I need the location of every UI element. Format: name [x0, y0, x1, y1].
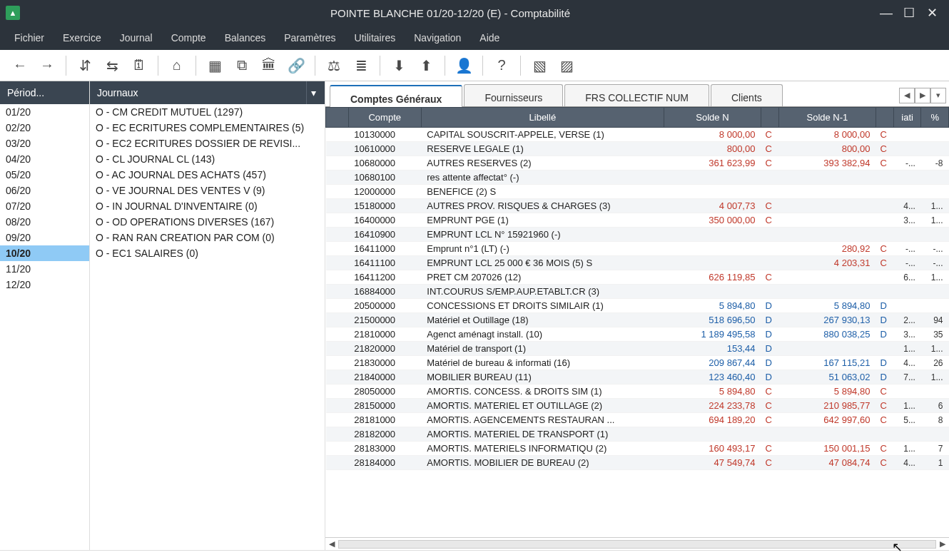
col-header[interactable]: [876, 108, 893, 128]
table-row[interactable]: 16411200PRET CM 207026 (12)626 119,85C6.…: [326, 270, 949, 285]
table-row[interactable]: 28181000AMORTIS. AGENCEMENTS RESTAURAN .…: [326, 413, 949, 427]
table-row[interactable]: 21500000Matériel et Outillage (18)518 69…: [326, 313, 949, 327]
col-header[interactable]: [761, 108, 778, 128]
col-header[interactable]: %: [921, 108, 949, 128]
journal-item[interactable]: O - CL JOURNAL CL (143): [90, 151, 325, 167]
minimize-button[interactable]: —: [875, 1, 898, 24]
row-selector[interactable]: [326, 456, 349, 470]
col-header[interactable]: iati: [893, 108, 921, 128]
table-row[interactable]: 15180000AUTRES PROV. RISQUES & CHARGES (…: [326, 199, 949, 213]
journal-item[interactable]: O - OD OPERATIONS DIVERSES (167): [90, 214, 325, 230]
user-icon[interactable]: 👤: [451, 53, 477, 78]
journal-item[interactable]: O - IN JOURNAL D'INVENTAIRE (0): [90, 198, 325, 214]
journals-header[interactable]: Journaux ▾: [90, 81, 325, 104]
journal-item[interactable]: O - AC JOURNAL DES ACHATS (457): [90, 167, 325, 183]
scroll-right-icon[interactable]: ▶: [936, 539, 949, 549]
row-selector[interactable]: [326, 299, 349, 313]
tab-0[interactable]: Comptes Généraux: [330, 85, 462, 107]
table-row[interactable]: 21810000Agenct aménagt install. (10)1 18…: [326, 327, 949, 342]
tabs-dropdown-button[interactable]: ▾: [930, 88, 946, 103]
row-selector[interactable]: [326, 170, 349, 185]
scroll-track[interactable]: [338, 540, 936, 549]
menu-aide[interactable]: Aide: [471, 28, 508, 48]
menu-journal[interactable]: Journal: [111, 28, 161, 48]
table-row[interactable]: 20500000CONCESSIONS ET DROITS SIMILAIR (…: [326, 299, 949, 313]
row-selector[interactable]: [326, 199, 349, 213]
col-header[interactable]: Solde N: [664, 108, 761, 128]
table-row[interactable]: 21830000Matériel de bureau & informati (…: [326, 356, 949, 370]
calendar-icon[interactable]: 🗓: [126, 53, 152, 78]
adnbox-icon[interactable]: ▧: [527, 53, 552, 78]
horizontal-scrollbar[interactable]: ◀ ▶: [325, 537, 949, 550]
journal-item[interactable]: O - RAN RAN CREATION PAR COM (0): [90, 230, 325, 245]
period-item[interactable]: 01/20: [0, 104, 89, 120]
row-selector[interactable]: [326, 356, 349, 370]
close-button[interactable]: ✕: [920, 1, 943, 24]
maximize-button[interactable]: ☐: [898, 1, 920, 24]
row-selector[interactable]: [326, 399, 349, 413]
table-row[interactable]: 16411000Emprunt n°1 (LT) (-)280,92C-...-…: [326, 242, 949, 256]
period-item[interactable]: 05/20: [0, 167, 89, 183]
period-item[interactable]: 08/20: [0, 214, 89, 230]
period-item[interactable]: 11/20: [0, 261, 89, 277]
tree-icon[interactable]: ⧉: [229, 53, 255, 78]
row-selector[interactable]: [326, 442, 349, 456]
help-icon[interactable]: ?: [489, 53, 514, 78]
accounts-grid-wrap[interactable]: CompteLibelléSolde NSolde N-1iati% 10130…: [325, 107, 949, 537]
row-selector[interactable]: [326, 270, 349, 285]
upload-icon[interactable]: ⬆: [413, 53, 439, 78]
table-row[interactable]: 28050000AMORTIS. CONCESS. & DROITS SIM (…: [326, 385, 949, 399]
journals-dropdown-icon[interactable]: ▾: [306, 81, 320, 104]
col-header[interactable]: Solde N-1: [778, 108, 876, 128]
tab-2[interactable]: FRS COLLECTIF NUM: [564, 84, 709, 106]
row-selector[interactable]: [326, 427, 349, 442]
journal-item[interactable]: O - EC ECRITURES COMPLEMENTAIRES (5): [90, 120, 325, 136]
row-selector[interactable]: [326, 342, 349, 356]
menu-paramètres[interactable]: Paramètres: [275, 28, 344, 48]
bank-icon[interactable]: 🏛: [256, 53, 282, 78]
link-icon[interactable]: 🔗: [283, 53, 309, 78]
journal-item[interactable]: O - EC2 ECRITURES DOSSIER DE REVISI...: [90, 136, 325, 151]
row-selector[interactable]: [326, 142, 349, 156]
tabs-next-button[interactable]: ▶: [915, 88, 930, 103]
periods-header[interactable]: Périod...: [0, 81, 89, 104]
adnbanq-icon[interactable]: ▨: [554, 53, 579, 78]
period-item[interactable]: 06/20: [0, 183, 89, 198]
period-item[interactable]: 10/20: [0, 245, 89, 261]
period-item[interactable]: 12/20: [0, 277, 89, 292]
tabs-prev-button[interactable]: ◀: [899, 88, 915, 103]
col-header[interactable]: Libellé: [421, 108, 664, 128]
table-row[interactable]: 10680100res attente affectat° (-): [326, 170, 949, 185]
period-item[interactable]: 02/20: [0, 120, 89, 136]
table-row[interactable]: 16884000INT.COURUS S/EMP.AUP.ETABLT.CR (…: [326, 285, 949, 299]
journal-item[interactable]: O - EC1 SALAIRES (0): [90, 245, 325, 261]
tab-3[interactable]: Clients: [711, 84, 783, 106]
menu-fichier[interactable]: Fichier: [6, 28, 53, 48]
download-icon[interactable]: ⬇: [386, 53, 412, 78]
menu-balances[interactable]: Balances: [216, 28, 275, 48]
table-row[interactable]: 21820000Matériel de transport (1)153,44D…: [326, 342, 949, 356]
row-selector[interactable]: [326, 413, 349, 427]
table-row[interactable]: 16400000EMPRUNT PGE (1)350 000,00C3...1.…: [326, 213, 949, 228]
menu-navigation[interactable]: Navigation: [405, 28, 470, 48]
row-selector[interactable]: [326, 228, 349, 242]
table-row[interactable]: 21840000MOBILIER BUREAU (11)123 460,40D5…: [326, 370, 949, 385]
row-selector[interactable]: [326, 156, 349, 170]
table-row[interactable]: 12000000BENEFICE (2) S: [326, 185, 949, 199]
period-item[interactable]: 07/20: [0, 198, 89, 214]
row-selector[interactable]: [326, 242, 349, 256]
row-selector[interactable]: [326, 213, 349, 228]
forward-icon[interactable]: →: [34, 53, 60, 78]
row-selector[interactable]: [326, 313, 349, 327]
journal-item[interactable]: O - VE JOURNAL DES VENTES V (9): [90, 183, 325, 198]
table-row[interactable]: 28182000AMORTIS. MATERIEL DE TRANSPORT (…: [326, 427, 949, 442]
back-icon[interactable]: ←: [7, 53, 33, 78]
table-row[interactable]: 10680000AUTRES RESERVES (2)361 623,99C39…: [326, 156, 949, 170]
table-row[interactable]: 28183000AMORTIS. MATERIELS INFORMATIQU (…: [326, 442, 949, 456]
table-row[interactable]: 16411100EMPRUNT LCL 25 000 € 36 MOIS (5)…: [326, 256, 949, 270]
col-selector[interactable]: [326, 108, 349, 128]
row-selector[interactable]: [326, 370, 349, 385]
table-row[interactable]: 10610000RESERVE LEGALE (1)800,00C800,00C: [326, 142, 949, 156]
scroll-left-icon[interactable]: ◀: [325, 539, 338, 549]
row-selector[interactable]: [326, 385, 349, 399]
